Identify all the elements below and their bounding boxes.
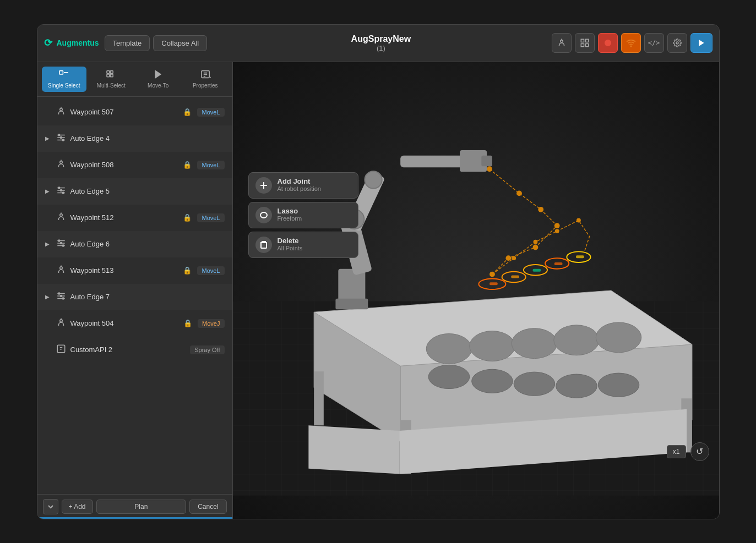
list-item[interactable]: Waypoint 504 🔒 MoveJ <box>37 310 232 337</box>
multi-select-tool[interactable]: Multi-Select <box>89 67 134 92</box>
svg-point-60 <box>598 373 639 397</box>
add-joint-title: Add Joint <box>278 177 351 185</box>
wifi-icon[interactable] <box>621 33 641 53</box>
list-item[interactable]: Waypoint 507 🔒 MoveL <box>37 99 232 125</box>
x1-speed-overlay[interactable]: x1 <box>667 445 686 458</box>
rotate-view-button[interactable]: ↺ <box>690 442 709 461</box>
title-main: AugSprayNew <box>210 34 551 44</box>
svg-point-26 <box>59 161 62 163</box>
cancel-button[interactable]: Cancel <box>189 500 226 514</box>
lock-icon: 🔒 <box>183 266 192 275</box>
list-item[interactable]: CustomAPI 2 Spray Off <box>37 337 232 363</box>
chevron-down-button[interactable] <box>43 499 58 514</box>
svg-point-51 <box>426 333 471 364</box>
record-icon[interactable] <box>598 33 618 53</box>
collapse-all-button[interactable]: Collapse All <box>153 35 207 51</box>
lasso-menu-item[interactable]: Lasso Freeform <box>248 202 358 228</box>
item-name: Waypoint 508 <box>70 161 183 169</box>
waypoint-icon <box>56 106 66 118</box>
svg-rect-74 <box>481 155 492 166</box>
svg-point-78 <box>554 223 559 228</box>
svg-rect-99 <box>261 243 266 248</box>
waypoint-icon <box>56 317 66 330</box>
title-area: AugSprayNew (1) <box>210 34 551 52</box>
viewport: Add Joint At robot position Lasso Fre <box>233 62 719 519</box>
svg-point-28 <box>58 187 59 189</box>
robot-mode-icon[interactable] <box>552 33 572 53</box>
svg-point-54 <box>553 325 599 355</box>
svg-point-83 <box>533 239 537 244</box>
template-button[interactable]: Template <box>105 35 150 51</box>
svg-point-80 <box>505 255 511 261</box>
custom-api-icon <box>56 344 66 356</box>
svg-rect-14 <box>107 74 110 77</box>
svg-point-71 <box>365 171 382 188</box>
move-to-tool[interactable]: Move-To <box>136 67 181 92</box>
svg-point-40 <box>62 298 64 299</box>
waypoint-icon <box>56 265 66 277</box>
svg-point-41 <box>59 319 62 322</box>
auto-edge-icon <box>56 238 66 250</box>
add-joint-subtitle: At robot position <box>278 185 351 192</box>
svg-point-7 <box>630 46 632 47</box>
toolbar-row: Single Select Multi-Select <box>37 62 232 97</box>
item-badge: Spray Off <box>190 345 224 354</box>
svg-point-82 <box>512 256 516 260</box>
logo-area: ⟳ Augmentus <box>44 37 99 49</box>
top-bar: ⟳ Augmentus Template Collapse All AugSpr… <box>37 25 719 62</box>
delete-title: Delete <box>278 237 351 245</box>
single-select-label: Single Select <box>48 83 80 89</box>
svg-point-31 <box>59 213 62 216</box>
no-expand-placeholder <box>45 320 52 326</box>
list-item[interactable]: Waypoint 513 🔒 MoveL <box>37 257 232 284</box>
list-item[interactable]: ▶ Auto Edge 6 <box>37 231 232 257</box>
svg-rect-91 <box>490 282 498 285</box>
properties-tool[interactable]: Properties <box>183 67 228 92</box>
item-name: Waypoint 507 <box>70 108 183 116</box>
svg-point-6 <box>605 40 611 46</box>
lock-icon: 🔒 <box>183 161 192 169</box>
play-button[interactable] <box>690 33 713 53</box>
add-joint-icon <box>255 177 272 194</box>
no-expand-placeholder <box>45 347 52 353</box>
list-item[interactable]: ▶ Auto Edge 5 <box>37 178 232 205</box>
left-panel: Single Select Multi-Select <box>37 62 233 519</box>
table-3d <box>308 290 692 474</box>
svg-point-8 <box>676 42 678 44</box>
plan-button[interactable]: Plan <box>96 500 187 514</box>
expand-arrow: ▶ <box>45 241 52 247</box>
list-item[interactable]: ▶ Auto Edge 7 <box>37 284 232 310</box>
scene-svg <box>233 62 719 519</box>
svg-rect-94 <box>554 262 562 265</box>
svg-rect-12 <box>107 70 110 73</box>
code-icon[interactable]: </> <box>644 33 664 53</box>
settings-icon[interactable] <box>667 33 687 53</box>
item-badge: MoveL <box>197 213 224 222</box>
properties-label: Properties <box>193 83 218 89</box>
svg-rect-92 <box>511 275 519 278</box>
add-joint-text: Add Joint At robot position <box>278 177 351 192</box>
add-button[interactable]: + Add <box>62 500 93 514</box>
no-expand-placeholder <box>45 162 52 168</box>
delete-menu-item[interactable]: Delete All Points <box>248 232 358 258</box>
svg-marker-16 <box>155 70 161 78</box>
progress-line <box>37 517 232 519</box>
svg-point-25 <box>62 139 64 141</box>
svg-rect-10 <box>59 70 63 74</box>
list-area: Waypoint 507 🔒 MoveL ▶ Auto Edge 4 <box>37 97 232 494</box>
context-menu: Add Joint At robot position Lasso Fre <box>248 172 358 258</box>
no-expand-placeholder <box>45 267 52 273</box>
single-select-tool[interactable]: Single Select <box>42 67 87 92</box>
svg-point-84 <box>554 229 559 233</box>
list-item[interactable]: ▶ Auto Edge 4 <box>37 125 232 152</box>
auto-edge-icon <box>56 185 66 198</box>
list-item[interactable]: Waypoint 508 🔒 MoveL <box>37 152 232 178</box>
item-badge: MoveJ <box>198 319 224 328</box>
list-item[interactable]: Waypoint 512 🔒 MoveL <box>37 205 232 231</box>
add-joint-menu-item[interactable]: Add Joint At robot position <box>248 172 358 199</box>
bottom-action-bar: + Add Plan Cancel <box>37 494 232 519</box>
grid-view-icon[interactable] <box>575 33 595 53</box>
robot-arm <box>335 150 492 309</box>
properties-icon <box>200 70 211 81</box>
item-name: Auto Edge 6 <box>70 240 225 248</box>
